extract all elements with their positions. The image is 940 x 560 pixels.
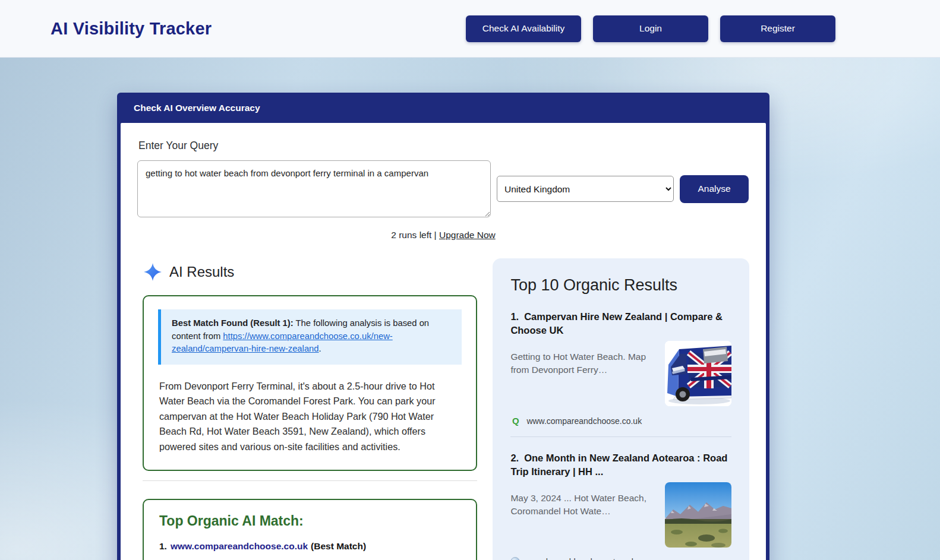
app-title: AI Visibility Tracker: [51, 19, 212, 39]
top-organic-ai-match-box: Top Organic AI Match: 1.www.compareandch…: [143, 499, 477, 560]
top-organic-ai-match-heading: Top Organic AI Match:: [159, 513, 460, 529]
runs-remaining-line: 2 runs left | Upgrade Now: [137, 230, 749, 241]
card-header: Check AI Overview Accuracy: [121, 93, 766, 123]
ai-results-heading: AI Results: [169, 264, 234, 280]
organic-results-heading: Top 10 Organic Results: [510, 276, 731, 295]
section-divider: [143, 480, 477, 481]
result-snippet: Getting to Hot Water Beach. Map from Dev…: [510, 350, 658, 406]
result-url: www.hannahhendersontravel.com: [526, 557, 651, 560]
ai-sparkle-icon: [144, 263, 162, 281]
ai-answer-box: Best Match Found (Result 1): The followi…: [143, 295, 477, 471]
ai-summary-paragraph: From Devonport Ferry Terminal, it's abou…: [159, 379, 460, 455]
ai-results-header: AI Results: [144, 263, 477, 281]
upgrade-now-link[interactable]: Upgrade Now: [439, 230, 496, 240]
result-url-row: www.hannahhendersontravel.com: [510, 557, 731, 560]
hannahhenderson-favicon-icon: [510, 557, 520, 560]
result-title-text: One Month in New Zealand Aotearoa : Road…: [510, 453, 727, 477]
top-navigation-bar: AI Visibility Tracker Check AI Availabil…: [0, 0, 940, 58]
result-title-text: Campervan Hire New Zealand | Compare & C…: [510, 311, 723, 336]
query-label: Enter Your Query: [138, 140, 749, 152]
query-row: getting to hot water beach from devonpor…: [137, 160, 749, 217]
country-select[interactable]: United Kingdom: [497, 176, 674, 202]
best-match-suffix: .: [319, 344, 321, 353]
result-title: 2.One Month in New Zealand Aotearoa : Ro…: [510, 451, 731, 479]
query-input[interactable]: getting to hot water beach from devonpor…: [137, 160, 491, 217]
main-card: Check AI Overview Accuracy Enter Your Qu…: [117, 93, 769, 560]
mountain-thumbnail-image: [665, 482, 731, 548]
login-button[interactable]: Login: [593, 15, 708, 42]
ai-match-link-best[interactable]: www.compareandchoose.co.uk: [171, 541, 308, 551]
result-snippet: May 3, 2024 ... Hot Water Beach, Coroman…: [510, 492, 658, 548]
best-match-label: Best Match Found (Result 1):: [172, 318, 294, 328]
best-match-callout: Best Match Found (Result 1): The followi…: [158, 309, 462, 365]
register-button[interactable]: Register: [720, 15, 835, 42]
ai-results-column: AI Results Best Match Found (Result 1): …: [143, 258, 477, 560]
best-match-note: (Best Match): [311, 541, 366, 551]
runs-separator: |: [431, 230, 439, 240]
result-divider: [510, 436, 731, 437]
ai-match-rank: 1.: [159, 541, 167, 551]
result-rank: 1.: [510, 311, 519, 322]
result-url-row: Q www.compareandchoose.co.uk: [510, 416, 731, 426]
organic-results-panel: Top 10 Organic Results 1.Campervan Hire …: [493, 258, 749, 560]
result-body-row: Getting to Hot Water Beach. Map from Dev…: [510, 341, 731, 406]
card-body: Enter Your Query getting to hot water be…: [121, 123, 766, 560]
check-ai-availability-button[interactable]: Check AI Availability: [466, 15, 581, 42]
campervan-thumbnail-image: [665, 341, 731, 406]
result-title: 1.Campervan Hire New Zealand | Compare &…: [510, 310, 731, 337]
result-body-row: May 3, 2024 ... Hot Water Beach, Coroman…: [510, 482, 731, 548]
topbar-actions: Check AI Availability Login Register: [466, 15, 835, 42]
result-url: www.compareandchoose.co.uk: [526, 416, 642, 426]
ai-match-item-1: 1.www.compareandchoose.co.uk(Best Match): [159, 541, 460, 552]
organic-result-1: 1.Campervan Hire New Zealand | Compare &…: [510, 310, 731, 426]
organic-result-2: 2.One Month in New Zealand Aotearoa : Ro…: [510, 451, 731, 560]
results-columns: AI Results Best Match Found (Result 1): …: [137, 258, 749, 560]
analyse-button[interactable]: Analyse: [680, 175, 749, 203]
runs-left-text: 2 runs left: [391, 230, 431, 240]
card-title: Check AI Overview Accuracy: [134, 103, 260, 113]
compareandchoose-favicon-icon: Q: [510, 416, 521, 426]
result-rank: 2.: [510, 453, 519, 463]
